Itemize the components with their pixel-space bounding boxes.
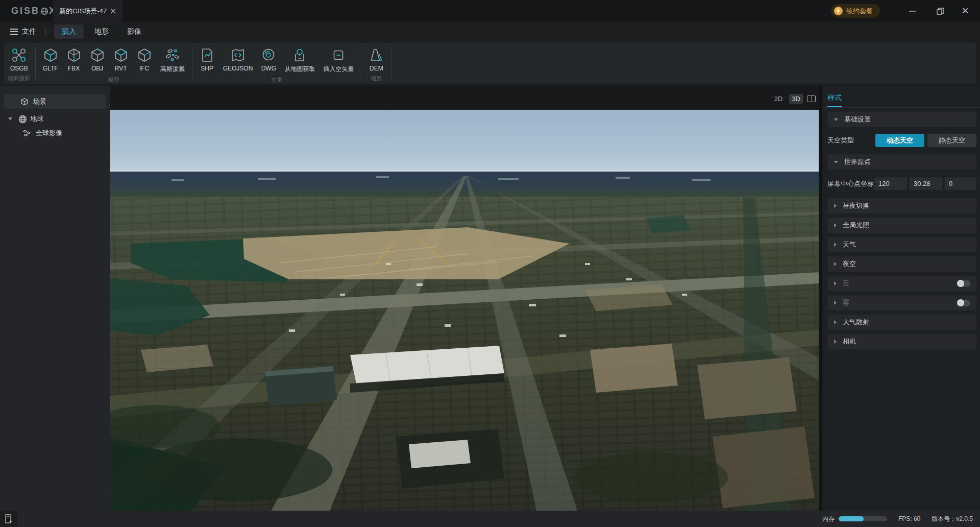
restore-button[interactable] [928, 0, 952, 22]
close-button[interactable]: ✕ [953, 0, 977, 22]
scene-cube-icon [20, 98, 29, 106]
toolbar-item-dwg[interactable]: DWG [257, 46, 280, 73]
toolbar-item-rvt[interactable]: RVT [109, 46, 133, 73]
section-atmospheric-scattering[interactable]: 大气散射 [827, 315, 976, 330]
console-panel-icon [4, 514, 13, 524]
dynamic-sky-button[interactable]: 动态天空 [875, 134, 924, 147]
fog-toggle[interactable] [957, 300, 970, 306]
logo-globe-icon [40, 7, 48, 15]
ribbon-divider [361, 47, 361, 80]
toolbar-item-fetch-from-map[interactable]: 从地图获取 [280, 46, 319, 75]
globe-icon [18, 115, 27, 124]
sky-type-label: 天空类型 [827, 136, 854, 145]
chevron-right-icon [834, 243, 837, 247]
section-basic-settings[interactable]: 基础设置 [827, 112, 976, 127]
toolbar-item-shp[interactable]: SHP [195, 46, 219, 73]
toolbar-item-fbx[interactable]: FBX [62, 46, 86, 73]
memory-bar [839, 516, 887, 521]
console-toggle-button[interactable] [0, 511, 17, 527]
toolbar-item-gltf[interactable]: GLTF [39, 46, 62, 73]
minimize-button[interactable] [900, 0, 924, 22]
clouds-toggle[interactable] [957, 280, 970, 287]
chevron-down-icon [834, 118, 838, 121]
coord-y-input[interactable] [910, 177, 942, 190]
renew-plan-label: 续约套餐 [846, 7, 873, 16]
toolbar-item-insert-empty-vector[interactable]: 插入空矢量 [319, 46, 358, 75]
menu-tab-insert[interactable]: 插入 [54, 25, 84, 39]
sidebar-item-global-imagery[interactable]: 全球影像 [0, 126, 110, 140]
status-bar: 内存 FPS: 60 版本号：v2.0.5 [0, 511, 980, 527]
section-weather[interactable]: 天气 [827, 237, 976, 252]
cube-icon [137, 47, 152, 63]
viewport-mode-controls: 2D 3D [772, 94, 816, 104]
mode-3d-button[interactable]: 3D [789, 94, 803, 104]
toolbar-item-dem[interactable]: DEM [364, 46, 388, 73]
chevron-right-icon [834, 262, 837, 266]
menu-file[interactable]: 文件 [10, 27, 36, 36]
ribbon-group-model: GLTF FBX OBJ [37, 43, 191, 84]
version-label: 版本号：v2.0.5 [932, 515, 973, 523]
ribbon-divider [391, 47, 391, 80]
chevron-right-icon [834, 301, 837, 305]
lightning-icon [834, 7, 843, 15]
app-logo: GISB X [11, 6, 57, 16]
static-sky-button[interactable]: 静态天空 [927, 134, 976, 147]
imagery-tiles-icon [22, 129, 31, 138]
section-camera[interactable]: 相机 [827, 334, 976, 349]
menu-file-label: 文件 [22, 27, 36, 36]
renew-plan-button[interactable]: 续约套餐 [831, 4, 880, 18]
chevron-right-icon [834, 223, 837, 227]
tab-style[interactable]: 样式 [827, 93, 842, 107]
menu-tab-terrain[interactable]: 地形 [87, 25, 116, 39]
tab-close-icon[interactable]: ✕ [110, 7, 116, 16]
chevron-right-icon [834, 320, 837, 324]
coord-x-input[interactable] [874, 177, 907, 190]
menu-tab-imagery[interactable]: 影像 [119, 25, 149, 39]
toolbar-item-osgb[interactable]: OSGB [6, 46, 32, 73]
section-day-night[interactable]: 昼夜切换 [827, 198, 976, 213]
sidebar-imagery-label: 全球影像 [36, 129, 62, 138]
memory-bar-fill [839, 516, 864, 521]
section-fog[interactable]: 雾 [827, 295, 976, 310]
section-global-lighting[interactable]: 全局光照 [827, 218, 976, 233]
section-world-origin[interactable]: 世界原点 [827, 154, 976, 170]
scene-tab[interactable]: 新的GIS场景-47 ✕ [53, 0, 122, 22]
group-label-model: 模型 [39, 75, 189, 85]
layer-sidebar: 场景 地球 全球影像 [0, 86, 110, 511]
ribbon-divider [192, 47, 192, 80]
logo-text: GIS [11, 6, 32, 16]
map-3d-scene[interactable] [110, 110, 819, 511]
chevron-right-icon [834, 281, 837, 285]
chevron-right-icon [834, 340, 837, 344]
toolbar-item-ifc[interactable]: IFC [133, 46, 156, 73]
drone-icon [11, 47, 27, 63]
memory-indicator: 内存 [822, 515, 887, 523]
mode-2d-button[interactable]: 2D [772, 94, 786, 104]
cube-icon [113, 47, 129, 63]
close-icon: ✕ [962, 6, 969, 16]
ribbon-group-oblique: OSGB 倾斜摄影 [4, 43, 34, 84]
scene-tab-title: 新的GIS场景-47 [59, 7, 107, 16]
screen-center-row: 屏幕中心点坐标 [827, 177, 976, 190]
section-clouds[interactable]: 云 [827, 276, 976, 291]
expand-arrow-icon[interactable] [8, 117, 12, 121]
sidebar-item-scene[interactable]: 场景 [4, 94, 106, 109]
coord-z-input[interactable] [945, 177, 976, 190]
group-label-oblique: 倾斜摄影 [6, 73, 32, 83]
chevron-right-icon [834, 204, 837, 208]
toolbar-item-gaussian-splat[interactable]: 高斯泼溅 [156, 46, 189, 75]
group-label-vector: 矢量 [195, 75, 358, 85]
ribbon-divider [35, 47, 36, 80]
sidebar-scene-label: 场景 [33, 97, 46, 106]
toolbar-item-geojson[interactable]: GEOJSON [219, 46, 257, 73]
toolbar-item-obj[interactable]: OBJ [86, 46, 109, 73]
section-night-sky[interactable]: 夜空 [827, 256, 976, 272]
status-right-group: 内存 FPS: 60 版本号：v2.0.5 [822, 515, 973, 523]
sidebar-item-earth[interactable]: 地球 [0, 112, 110, 126]
group-label-terrain: 地形 [364, 73, 388, 83]
shapefile-icon [200, 47, 215, 63]
split-view-icon[interactable] [807, 95, 816, 102]
style-panel: 样式 基础设置 天空类型 动态天空 静态天空 世界原点 屏幕中心点坐标 昼夜切换… [822, 86, 980, 511]
viewport-area: 2D 3D [110, 86, 819, 511]
ribbon-group-terrain: DEM 地形 [362, 43, 390, 84]
